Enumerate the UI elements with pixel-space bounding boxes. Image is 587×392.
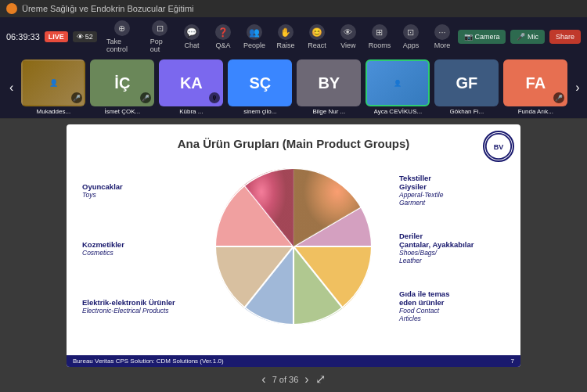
participant-name: Ayca CEVİKUS...	[374, 108, 423, 115]
more-button[interactable]: ··· More	[428, 21, 456, 52]
share-button[interactable]: Share	[549, 30, 581, 44]
view-button[interactable]: 👁 View	[334, 21, 362, 52]
more-label: More	[434, 41, 451, 49]
participant-card: İÇ 🎤 İsmet ÇOK...	[90, 59, 154, 115]
slide-prev-button[interactable]: ‹	[261, 372, 265, 387]
participant-avatar-label: 👤	[49, 79, 58, 87]
label-italic: Articles	[399, 315, 505, 322]
view-icon: 👁	[340, 24, 356, 40]
participant-card: GF Gökhan Fi...	[434, 59, 499, 115]
label-italic: Toys	[82, 191, 188, 199]
label-title: Tekstiller	[399, 174, 505, 182]
app-icon	[6, 3, 17, 14]
qa-button[interactable]: ❓ Q&A	[209, 21, 237, 52]
take-control-label: Take control	[106, 38, 138, 53]
page-display: 7 of 36	[272, 375, 299, 384]
participant-avatar: GF	[436, 61, 497, 105]
react-icon: 😊	[309, 24, 325, 40]
pop-out-icon: ⊡	[152, 20, 167, 36]
raise-button[interactable]: ✋ Raise	[272, 21, 300, 52]
label-title: Deriler	[399, 232, 505, 240]
label-italic: Apperal-Textile	[399, 191, 505, 199]
viewer-icon: 👁	[77, 33, 84, 41]
label-electronics: Elektrik-elektronik Ürünler Electronic-E…	[82, 298, 188, 315]
pop-out-label: Pop out	[150, 38, 170, 53]
slide-next-button[interactable]: ›	[304, 372, 308, 387]
participant-video: İÇ 🎤	[90, 59, 154, 106]
toolbar-left: 06:39:33 LIVE 👁 52	[6, 31, 100, 42]
main-content: BV Ana Ürün Grupları (Main Product Group…	[0, 119, 587, 392]
live-badge: LIVE	[45, 31, 68, 42]
participant-video: BY	[297, 59, 361, 106]
participant-video: KA 🎙	[159, 59, 223, 106]
chat-button[interactable]: 💬 Chat	[178, 21, 206, 52]
apps-label: Apps	[403, 41, 420, 49]
participants-row: ‹ 👤 🎤 Mukaddes... İÇ 🎤 İsmet ÇOK... KA 🎙…	[0, 56, 587, 119]
label-title: Gıda ile temas	[399, 290, 505, 298]
label-italic: Garment	[399, 199, 505, 207]
label-leather: Deriler Çantalar, Ayakkabılar Shoes/Bags…	[399, 232, 505, 264]
top-bar: Üreme Sağlığı ve Endokrin Bozucular Eğit…	[0, 0, 587, 17]
apps-button[interactable]: ⊡ Apps	[397, 21, 425, 52]
take-control-icon: ⊕	[114, 20, 130, 36]
camera-button[interactable]: 📷 Camera	[458, 30, 506, 44]
participants-next-arrow[interactable]: ›	[572, 77, 582, 98]
mic-button[interactable]: 🎤 Mic	[510, 30, 545, 44]
label-toys: Oyuncaklar Toys	[82, 182, 188, 199]
rooms-label: Rooms	[369, 41, 391, 49]
react-label: React	[308, 41, 326, 49]
chat-label: Chat	[184, 41, 199, 49]
toolbar-center: ⊕ Take control ⊡ Pop out 💬 Chat ❓ Q&A 👥 …	[102, 17, 456, 56]
view-label: View	[340, 41, 355, 49]
toolbar-right: 📷 Camera 🎤 Mic Share	[458, 30, 581, 44]
left-labels: Oyuncaklar Toys Kozmetikler Cosmetics El…	[82, 158, 188, 338]
label-title: eden ürünler	[399, 298, 505, 307]
rooms-button[interactable]: ⊞ Rooms	[366, 21, 394, 52]
slide-navigation: ‹ 7 of 36 › ⤢	[261, 372, 325, 387]
participant-name: İsmet ÇOK...	[104, 108, 140, 115]
label-italic: Electronic-Electrical Products	[82, 307, 188, 315]
label-title: Çantalar, Ayakkabılar	[399, 240, 505, 249]
participant-card: FA 🎤 Funda Arık...	[503, 59, 567, 115]
participant-card: 👤 Ayca CEVİKUS...	[366, 59, 430, 115]
apps-icon: ⊡	[403, 24, 419, 40]
pie-chart	[211, 164, 376, 332]
slide-container: BV Ana Ürün Grupları (Main Product Group…	[67, 124, 520, 367]
participant-name: Mukaddes...	[37, 108, 71, 115]
participant-video: 👤	[366, 59, 430, 106]
window-title: Üreme Sağlığı ve Endokrin Bozucular Eğit…	[22, 4, 193, 13]
slide-body: Oyuncaklar Toys Kozmetikler Cosmetics El…	[82, 158, 505, 338]
people-label: People	[243, 41, 265, 49]
toolbar: 06:39:33 LIVE 👁 52 ⊕ Take control ⊡ Pop …	[0, 17, 587, 56]
label-italic: Food Contact	[399, 307, 505, 315]
take-control-button[interactable]: ⊕ Take control	[102, 17, 142, 56]
participant-card: 👤 🎤 Mukaddes...	[21, 59, 85, 115]
label-cosmetics: Kozmetikler Cosmetics	[82, 240, 188, 257]
participant-name: Kübra ...	[179, 108, 203, 115]
people-button[interactable]: 👥 People	[240, 21, 268, 52]
more-icon: ···	[434, 24, 450, 40]
label-italic: Shoes/Bags/	[399, 249, 505, 257]
participant-card: BY Bilge Nur ...	[297, 59, 361, 115]
participant-video: FA 🎤	[503, 59, 567, 106]
react-button[interactable]: 😊 React	[303, 21, 331, 52]
raise-icon: ✋	[278, 24, 294, 40]
slide-footer: Bureau Veritas CPS Solution: CDM Solutio…	[67, 355, 520, 367]
right-labels: Tekstiller Giysiler Apperal-Textile Garm…	[399, 158, 505, 338]
svg-text:BV: BV	[494, 143, 504, 151]
label-title: Oyuncaklar	[82, 182, 188, 191]
pop-out-button[interactable]: ⊡ Pop out	[146, 17, 175, 56]
participant-video: SÇ	[228, 59, 292, 106]
participant-card: KA 🎙 Kübra ...	[159, 59, 223, 115]
slide-expand-button[interactable]: ⤢	[315, 372, 326, 387]
label-title: Kozmetikler	[82, 240, 188, 249]
participant-card: SÇ sinem çilo...	[228, 59, 292, 115]
label-italic: Cosmetics	[82, 249, 188, 257]
label-textiles: Tekstiller Giysiler Apperal-Textile Garm…	[399, 174, 505, 207]
qa-label: Q&A	[215, 41, 230, 49]
participants-prev-arrow[interactable]: ‹	[6, 77, 16, 98]
participant-name: sinem çilo...	[243, 108, 276, 115]
chat-icon: 💬	[184, 24, 200, 40]
label-food-contact: Gıda ile temas eden ürünler Food Contact…	[399, 290, 505, 322]
slide-title: Ana Ürün Grupları (Main Product Groups)	[82, 137, 505, 150]
